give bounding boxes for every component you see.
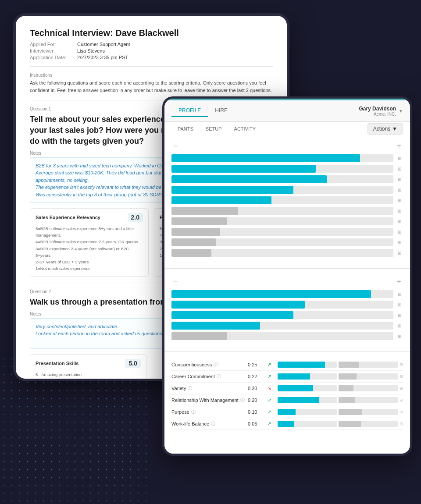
metric-row-career-commitment: Career Commitment ⓘ 0.22 ↗ ⊞ bbox=[171, 371, 403, 383]
right-nav: PANTS SETUP ACTIVITY Actions ▼ bbox=[164, 122, 410, 136]
metric-value-variety: 0.20 bbox=[248, 386, 265, 391]
metric-value-worklife: 0.05 bbox=[248, 421, 265, 426]
right-tablet: PROFILE HIRE Gary Davidson Acme, INC. ▼ … bbox=[162, 96, 412, 456]
actions-label: Actions bbox=[373, 126, 390, 132]
user-details: Gary Davidson Acme, INC. bbox=[359, 106, 396, 117]
info-icon-5[interactable]: ⓘ bbox=[191, 409, 196, 415]
header-tabs: PROFILE HIRE bbox=[171, 105, 235, 117]
metric-row-worklife: Work-life Balance ⓘ 0.05 ↗ ⊞ bbox=[171, 418, 403, 430]
nav-tabs: PANTS SETUP ACTIVITY bbox=[171, 122, 262, 136]
bar-icon-9: ⊞ bbox=[396, 240, 403, 245]
bar-row-2: ⊞ bbox=[171, 165, 403, 173]
metric-row-variety: Variety ⓘ 0.20 ↘ ⊞ bbox=[171, 383, 403, 394]
bar-row-10: ⊞ bbox=[171, 249, 403, 257]
scoring-card-sales-exp: Sales Experience Relevancy 2.0 5=B2B sof… bbox=[30, 208, 149, 277]
bottom-bar-icon-5: ⊞ bbox=[396, 334, 403, 339]
bar-icon-10: ⊞ bbox=[396, 251, 403, 256]
interviewer-value: Lisa Stevens bbox=[77, 48, 105, 53]
bottom-bar-row-1: ⊞ bbox=[171, 290, 403, 298]
metric-arrow-career-commitment: ↗ bbox=[267, 373, 276, 380]
metric-arrow-variety: ↘ bbox=[267, 385, 276, 391]
scoring-criteria-sales-exp: 5=B2B software sales experience 5+years … bbox=[36, 225, 143, 272]
right-content: − + ⊞ ⊞ bbox=[164, 136, 410, 454]
metric-arrow-conscientiousness: ↗ bbox=[267, 362, 276, 368]
top-chart-section: − + ⊞ ⊞ bbox=[164, 136, 410, 265]
metrics-table: Conscientiousness ⓘ 0.25 ↗ ⊞ bbox=[164, 355, 410, 433]
tab-profile[interactable]: PROFILE bbox=[171, 105, 208, 117]
interviewer-row: Interviewer: Lisa Stevens bbox=[30, 48, 273, 53]
metric-arrow-purpose: ↗ bbox=[267, 409, 276, 415]
metric-name-career-commitment: Career Commitment ⓘ bbox=[171, 373, 246, 380]
instructions-label: Instructions bbox=[30, 73, 273, 78]
bar-row-9: ⊞ bbox=[171, 238, 403, 246]
chart-controls-bottom: − + bbox=[171, 277, 403, 287]
info-icon-3[interactable]: ⓘ bbox=[188, 385, 192, 391]
metric-bars-career-commitment: ⊞ bbox=[278, 373, 403, 380]
bottom-bar-icon-2: ⊞ bbox=[396, 302, 403, 307]
metric-bars-worklife: ⊞ bbox=[278, 421, 403, 427]
metric-name-purpose: Purpose ⓘ bbox=[171, 409, 246, 415]
chart-plus-btn-top[interactable]: + bbox=[395, 142, 403, 151]
bar-row-6: ⊞ bbox=[171, 207, 403, 215]
applied-for-label: Applied For: bbox=[30, 42, 74, 47]
nav-tab-pants[interactable]: PANTS bbox=[171, 122, 200, 136]
bottom-bar-row-3: ⊞ bbox=[171, 311, 403, 319]
interview-title: Technical Interview: Dave Blackwell bbox=[30, 28, 273, 38]
bottom-bar-icon-4: ⊞ bbox=[396, 323, 403, 328]
scoring-criteria-presentation: 5 - Amazing presentation 4 - Good presen… bbox=[36, 371, 141, 379]
bar-icon-5: ⊞ bbox=[396, 198, 403, 203]
interviewer-label: Interviewer: bbox=[30, 48, 74, 53]
metric-arrow-relationship: ↗ bbox=[267, 397, 276, 403]
user-name: Gary Davidson bbox=[359, 106, 396, 112]
bottom-bar-icon-3: ⊞ bbox=[396, 313, 403, 318]
bar-row-5: ⊞ bbox=[171, 196, 403, 204]
bar-row-8: ⊞ bbox=[171, 228, 403, 236]
scoring-card-presentation: Presentation Skills 5.0 5 - Amazing pres… bbox=[30, 354, 146, 379]
metric-bars-purpose: ⊞ bbox=[278, 409, 403, 415]
bar-row-7: ⊞ bbox=[171, 217, 403, 225]
expand-icon-5: ⊞ bbox=[400, 410, 403, 414]
scoring-value-sales-exp: 2.0 bbox=[128, 213, 143, 222]
bar-row-3: ⊞ bbox=[171, 175, 403, 183]
tab-hire[interactable]: HIRE bbox=[208, 105, 235, 117]
bar-row-1: ⊞ bbox=[171, 154, 403, 162]
bar-icon-7: ⊞ bbox=[396, 219, 403, 224]
actions-button[interactable]: Actions ▼ bbox=[367, 123, 403, 135]
right-tablet-screen: PROFILE HIRE Gary Davidson Acme, INC. ▼ … bbox=[164, 99, 410, 454]
chevron-down-icon[interactable]: ▼ bbox=[399, 109, 403, 114]
metric-row-conscientiousness: Conscientiousness ⓘ 0.25 ↗ ⊞ bbox=[171, 359, 403, 371]
nav-tab-setup[interactable]: SETUP bbox=[200, 122, 228, 136]
applied-for-value: Customer Support Agent bbox=[77, 42, 130, 47]
nav-tab-activity[interactable]: ACTIVITY bbox=[228, 122, 262, 136]
user-company: Acme, INC. bbox=[359, 112, 396, 117]
bottom-bar-row-2: ⊞ bbox=[171, 301, 403, 309]
bottom-bar-row-4: ⊞ bbox=[171, 322, 403, 330]
info-icon-6[interactable]: ⓘ bbox=[211, 421, 215, 427]
metric-row-relationship: Relationship With Management ⓘ 0.20 ↗ ⊞ bbox=[171, 394, 403, 406]
chart-minus-btn-top[interactable]: − bbox=[171, 142, 180, 151]
bar-icon-2: ⊞ bbox=[396, 167, 403, 171]
info-icon-2[interactable]: ⓘ bbox=[217, 373, 221, 380]
bar-icon-6: ⊞ bbox=[396, 209, 403, 213]
chart-minus-btn-bottom[interactable]: − bbox=[171, 277, 180, 287]
metric-name-worklife: Work-life Balance ⓘ bbox=[171, 421, 246, 427]
scoring-title-presentation: Presentation Skills bbox=[36, 361, 78, 366]
bottom-bar-row-5: ⊞ bbox=[171, 332, 403, 340]
bottom-chart-section: − + ⊞ ⊞ bbox=[164, 272, 410, 348]
chart-divider bbox=[164, 268, 410, 269]
chart-plus-btn-bottom[interactable]: + bbox=[395, 277, 403, 287]
metric-bars-conscientiousness: ⊞ bbox=[278, 362, 403, 368]
info-icon-1[interactable]: ⓘ bbox=[214, 362, 218, 368]
metric-bars-relationship: ⊞ bbox=[278, 397, 403, 403]
application-date-row: Application Date: 2/27/2023 3:35 pm PST bbox=[30, 55, 273, 60]
bar-row-4: ⊞ bbox=[171, 186, 403, 194]
metric-name-variety: Variety ⓘ bbox=[171, 385, 246, 391]
metric-row-purpose: Purpose ⓘ 0.10 ↗ ⊞ bbox=[171, 406, 403, 418]
bar-icon-3: ⊞ bbox=[396, 177, 403, 182]
applied-for-row: Applied For: Customer Support Agent bbox=[30, 42, 273, 47]
info-icon-4[interactable]: ⓘ bbox=[240, 397, 245, 403]
metric-name-relationship: Relationship With Management ⓘ bbox=[171, 397, 246, 403]
metric-value-relationship: 0.20 bbox=[248, 398, 265, 403]
user-info: Gary Davidson Acme, INC. ▼ bbox=[359, 106, 403, 117]
metric-value-purpose: 0.10 bbox=[248, 409, 265, 415]
